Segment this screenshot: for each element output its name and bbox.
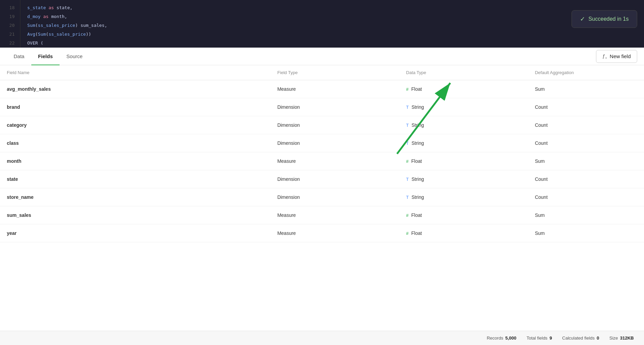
col-header-type: Field Type xyxy=(271,65,399,80)
col-header-name: Field Name xyxy=(0,65,271,80)
field-name: brand xyxy=(0,98,271,116)
hash-icon: # xyxy=(406,231,408,236)
main-content: Field Name Field Type Data Type Default … xyxy=(0,65,644,345)
table-row[interactable]: month Measure # Float Sum xyxy=(0,152,644,170)
field-data-type: # Float xyxy=(399,224,528,242)
calc-fields-value: 0 xyxy=(597,335,599,341)
line-numbers: 18 19 20 21 22 xyxy=(0,0,20,48)
table-row[interactable]: store_name Dimension T String Count xyxy=(0,188,644,206)
size-label: Size xyxy=(609,335,618,341)
hash-icon: # xyxy=(406,87,408,92)
field-type: Dimension xyxy=(271,170,399,188)
total-fields-value: 9 xyxy=(549,335,552,341)
field-name: year xyxy=(0,224,271,242)
text-icon: T xyxy=(406,123,409,128)
table-row[interactable]: category Dimension T String Count xyxy=(0,116,644,134)
tab-source[interactable]: Source xyxy=(60,48,90,65)
field-aggregation: Count xyxy=(528,116,644,134)
new-field-button[interactable]: ƒ+ New field xyxy=(596,50,637,63)
hash-icon: # xyxy=(406,159,408,164)
fields-table: Field Name Field Type Data Type Default … xyxy=(0,65,644,242)
code-editor: 18 19 20 21 22 s_state as state, d_moy a… xyxy=(0,0,644,48)
new-field-label: New field xyxy=(610,53,631,59)
field-type: Dimension xyxy=(271,188,399,206)
table-row[interactable]: year Measure # Float Sum xyxy=(0,224,644,242)
field-type: Dimension xyxy=(271,116,399,134)
status-bar: Records 5,000 Total fields 9 Calculated … xyxy=(0,331,644,345)
col-header-dtype: Data Type xyxy=(399,65,528,80)
field-type: Measure xyxy=(271,224,399,242)
text-icon: T xyxy=(406,177,409,182)
field-aggregation: Sum xyxy=(528,206,644,224)
field-name: sum_sales xyxy=(0,206,271,224)
field-name: state xyxy=(0,170,271,188)
field-type: Measure xyxy=(271,206,399,224)
status-calc-fields: Calculated fields 0 xyxy=(562,335,599,341)
field-type: Measure xyxy=(271,152,399,170)
field-name: month xyxy=(0,152,271,170)
table-row[interactable]: class Dimension T String Count xyxy=(0,134,644,152)
table-row[interactable]: brand Dimension T String Count xyxy=(0,98,644,116)
table-header-row: Field Name Field Type Data Type Default … xyxy=(0,65,644,80)
col-header-agg: Default Aggregation xyxy=(528,65,644,80)
table-container: Field Name Field Type Data Type Default … xyxy=(0,65,644,242)
check-icon: ✓ xyxy=(580,15,585,23)
field-data-type: T String xyxy=(399,98,528,116)
field-name: class xyxy=(0,134,271,152)
total-fields-label: Total fields xyxy=(527,335,547,341)
status-size: Size 312KB xyxy=(609,335,634,341)
text-icon: T xyxy=(406,105,409,110)
field-name: category xyxy=(0,116,271,134)
text-icon: T xyxy=(406,195,409,200)
field-type: Dimension xyxy=(271,98,399,116)
field-name: store_name xyxy=(0,188,271,206)
field-aggregation: Sum xyxy=(528,80,644,98)
field-name: avg_monthly_sales xyxy=(0,80,271,98)
field-aggregation: Sum xyxy=(528,152,644,170)
code-content: s_state as state, d_moy as month, Sum(ss… xyxy=(20,0,644,48)
status-total-fields: Total fields 9 xyxy=(527,335,552,341)
field-aggregation: Sum xyxy=(528,224,644,242)
field-type: Measure xyxy=(271,80,399,98)
size-value: 312KB xyxy=(620,335,634,341)
field-aggregation: Count xyxy=(528,188,644,206)
field-data-type: T String xyxy=(399,188,528,206)
table-row[interactable]: sum_sales Measure # Float Sum xyxy=(0,206,644,224)
field-data-type: T String xyxy=(399,134,528,152)
calc-fields-label: Calculated fields xyxy=(562,335,595,341)
records-value: 5,000 xyxy=(505,335,516,341)
tabs-bar: Data Fields Source ƒ+ New field xyxy=(0,48,644,65)
success-toast: ✓ Succeeded in 1s xyxy=(571,10,637,28)
field-aggregation: Count xyxy=(528,134,644,152)
status-records: Records 5,000 xyxy=(487,335,516,341)
field-data-type: T String xyxy=(399,170,528,188)
field-aggregation: Count xyxy=(528,98,644,116)
table-row[interactable]: state Dimension T String Count xyxy=(0,170,644,188)
text-icon: T xyxy=(406,141,409,146)
records-label: Records xyxy=(487,335,503,341)
field-data-type: T String xyxy=(399,116,528,134)
field-aggregation: Count xyxy=(528,170,644,188)
table-row[interactable]: avg_monthly_sales Measure # Float Sum xyxy=(0,80,644,98)
toast-label: Succeeded in 1s xyxy=(589,16,629,22)
field-data-type: # Float xyxy=(399,80,528,98)
hash-icon: # xyxy=(406,213,408,218)
fx-icon: ƒ+ xyxy=(602,53,607,60)
field-data-type: # Float xyxy=(399,152,528,170)
tab-data[interactable]: Data xyxy=(7,48,31,65)
tab-fields[interactable]: Fields xyxy=(31,48,60,65)
field-type: Dimension xyxy=(271,134,399,152)
field-data-type: # Float xyxy=(399,206,528,224)
